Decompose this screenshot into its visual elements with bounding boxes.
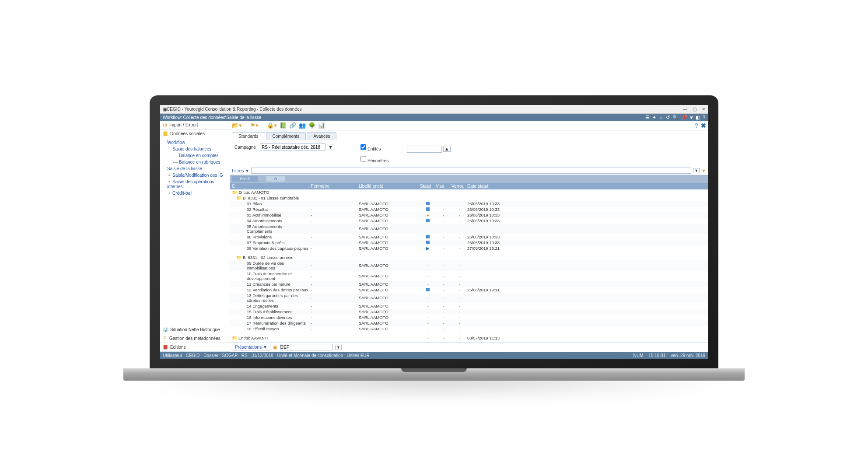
preset-input[interactable] (280, 344, 332, 350)
tree-item[interactable]: Workflow (162, 139, 228, 146)
tree-item[interactable]: +Saisie/Modification des IG (162, 172, 228, 178)
dropdown-icon[interactable]: ▼ (693, 168, 700, 173)
table-row[interactable]: 07 Emprunts & prêts-SARL AAMOTO--26/06/2… (230, 240, 708, 245)
preset-icon: ▣ (273, 344, 277, 350)
bar-icon[interactable]: 📊 (318, 122, 325, 129)
tree-item[interactable]: —Balance en rubriques (162, 159, 228, 165)
table-row[interactable]: 15 Frais d'établissement-SARL AAMOTO--- (230, 309, 708, 315)
tree-item[interactable]: +Crédit-bail (162, 190, 228, 196)
list-icon[interactable]: ☰ (645, 115, 650, 120)
sidebar-label: Données sociales (170, 131, 205, 136)
close-button[interactable]: ✕ (702, 107, 705, 112)
presentations-button[interactable]: Présentations ▼ (232, 344, 270, 350)
help-icon[interactable]: ? (703, 115, 705, 120)
table-row[interactable]: 18 Effectif moyen-SARL AAMOTO--- (230, 326, 708, 332)
flag-icon[interactable]: ⚑▾ (250, 122, 259, 129)
table-row[interactable]: 10 Frais de recherche et développement-S… (230, 271, 708, 281)
sidebar-tree: Workflow−Saisie des balances—Balance en … (160, 138, 230, 326)
table-row[interactable]: 06 Provisions-SARL AAMOTO--26/06/2019 10… (230, 234, 708, 240)
col-verrou[interactable]: Verrou (452, 184, 467, 189)
wand-icon[interactable]: ✦ (652, 115, 656, 120)
flag-icon[interactable]: ◧ (696, 115, 700, 120)
table-row[interactable]: 12 Ventilation des dettes par taux-SARL … (230, 287, 708, 293)
tree-item[interactable]: Saisie de la liasse (162, 165, 228, 172)
book-icon[interactable]: 📗 (280, 122, 287, 129)
sidebar-import-export[interactable]: 🗂 Import / Export (160, 121, 230, 130)
entites-label: Entités (368, 147, 381, 151)
minimize-button[interactable]: — (683, 107, 687, 112)
col-visa[interactable]: Visa (436, 184, 452, 189)
grid-band: Entité B (230, 175, 708, 183)
sidebar-label: Import / Export (169, 122, 198, 127)
tab-standards[interactable]: Standards (232, 132, 265, 140)
sidebar-donnees-sociales[interactable]: 📒 Données sociales (160, 130, 230, 138)
table-row[interactable]: 17 Rémunération des dirigeants-SARL AAMO… (230, 320, 708, 326)
table-row[interactable]: 📁 B: 8331 - 01 Liasse comptable (230, 195, 708, 201)
filter-icon[interactable]: ▼ (701, 168, 706, 173)
tabs: Standards Compléments Avancés (230, 130, 708, 140)
table-row[interactable]: 09 Durée de vie des immobilisations-SARL… (230, 260, 708, 271)
status-num: NUM (634, 353, 644, 358)
col-perimetre[interactable]: Périmètre (311, 184, 359, 189)
dropdown-icon[interactable]: ▲ (443, 146, 451, 152)
table-row[interactable]: 📁 Entité: AAVANTI---03/07/2019 11:13 (230, 335, 708, 341)
table-row[interactable]: 05 Amortissements - Compléments-SARL AAM… (230, 224, 708, 234)
close-panel-icon[interactable]: ✖ (701, 122, 706, 129)
col-c[interactable]: C (232, 184, 311, 189)
tree-item[interactable]: +Saisie des opérations internes (162, 178, 228, 190)
sidebar-editions[interactable]: 📕 Editions (160, 343, 230, 352)
table-row[interactable]: 02 Résultat-SARL AAMOTO--26/06/2019 10:3… (230, 206, 708, 212)
workflow-path: Workflow: Collecte des données\Saisie de… (163, 115, 262, 120)
tree-item[interactable]: −Saisie des balances (162, 146, 228, 152)
filter-input[interactable] (251, 168, 691, 174)
campagne-label: Campagne (234, 145, 256, 150)
table-row[interactable]: 04 Amortissements-SARL AAMOTO--26/06/201… (230, 218, 708, 224)
arrow-icon[interactable]: ↺ (666, 115, 670, 120)
search-icon[interactable]: 🔍 (672, 115, 679, 120)
perimetres-checkbox[interactable] (360, 155, 366, 162)
link-icon[interactable]: 🔗 (289, 122, 296, 129)
help-icon[interactable]: ? (695, 122, 698, 129)
entites-input[interactable] (407, 146, 442, 153)
table-row[interactable]: 14 Engagements-SARL AAMOTO--- (230, 303, 708, 309)
lock-icon[interactable]: 🔒▾ (267, 122, 277, 129)
heart-icon[interactable]: ♥ (690, 115, 693, 120)
star-icon[interactable]: ☆ (659, 115, 663, 120)
table-row[interactable]: 📁 Entité: AAMOTO (230, 189, 708, 195)
window-titlebar: ▣ CEGID - Yourcegid Consolidation & Repo… (160, 105, 708, 114)
status-bar: Utilisateur : CEGID - Dossier : SOGAP - … (160, 352, 708, 359)
open-icon[interactable]: 📂▾ (232, 122, 242, 129)
grid-header: C Périmètre Libellé entité Statut Visa V… (230, 183, 708, 189)
status-context: Utilisateur : CEGID - Dossier : SOGAP - … (163, 353, 370, 358)
editions-icon: 📕 (163, 345, 168, 350)
filtres-button[interactable]: Filtres ▼ (232, 168, 249, 173)
table-row[interactable]: 01 Bilan-SARL AAMOTO--26/06/2019 10:33 (230, 201, 708, 206)
table-row[interactable]: 03 Actif immobilisé-SARL AAMOTO▸--26/06/… (230, 212, 708, 218)
col-libelle[interactable]: Libellé entité (359, 184, 420, 189)
dropdown-icon[interactable]: ▼ (327, 144, 334, 150)
col-statut[interactable]: Statut (420, 184, 436, 189)
campagne-select[interactable] (260, 144, 326, 150)
table-row[interactable]: 16 Informations diverses-SARL AAMOTO--- (230, 315, 708, 320)
pin-icon[interactable]: 📌 (681, 115, 687, 120)
table-row[interactable]: 📁 B: 8331 - 02 Liasse annexe (230, 255, 708, 260)
sidebar-label: Situation Nette Historique (170, 327, 220, 332)
import-icon: 🗂 (163, 122, 167, 127)
sidebar-metadonnees[interactable]: 🗄 Gestion des métadonnées (160, 334, 230, 343)
maximize-button[interactable]: ▢ (693, 107, 696, 112)
entites-checkbox[interactable] (360, 144, 366, 150)
table-row[interactable]: 08 Variation des capitaux propres-SARL A… (230, 245, 708, 251)
col-date[interactable]: Date statut (467, 184, 511, 189)
dropdown-icon[interactable]: ▼ (335, 345, 342, 350)
table-row[interactable]: 11 Créances par nature-SARL AAMOTO--- (230, 281, 708, 287)
tree-item[interactable]: —Balance en comptes (162, 152, 228, 159)
people-icon[interactable]: 👥 (299, 122, 306, 129)
sidebar-situation-nette[interactable]: 📊 Situation Nette Historique (160, 326, 230, 334)
header-tool-icons: ☰ ✦ ☆ ↺ 🔍 📌 ♥ ◧ ? (645, 115, 705, 120)
tab-avances[interactable]: Avancés (307, 132, 336, 140)
tree-icon[interactable]: 🌳 (308, 122, 315, 129)
app-icon: ▣ (163, 107, 167, 112)
tab-complements[interactable]: Compléments (266, 132, 306, 140)
window-title: CEGID - Yourcegid Consolidation & Report… (167, 107, 302, 112)
table-row[interactable]: 13 Dettes garanties par des sûretés réel… (230, 293, 708, 303)
